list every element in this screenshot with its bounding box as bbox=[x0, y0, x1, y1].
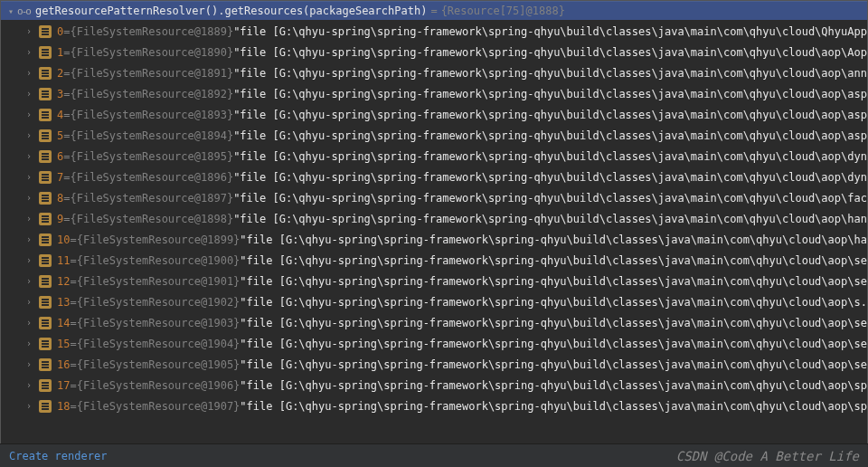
file-path: "file [G:\qhyu-spring\spring-framework\s… bbox=[240, 254, 867, 267]
file-path: "file [G:\qhyu-spring\spring-framework\s… bbox=[240, 234, 867, 246]
table-row[interactable]: ›10 = {FileSystemResource@1899} "file [G… bbox=[1, 229, 867, 250]
table-row[interactable]: ›7 = {FileSystemResource@1896} "file [G:… bbox=[1, 167, 867, 187]
file-path: "file [G:\qhyu-spring\spring-framework\s… bbox=[240, 358, 867, 371]
table-row[interactable]: ›8 = {FileSystemResource@1897} "file [G:… bbox=[1, 187, 867, 208]
row-index: 7 bbox=[57, 171, 63, 184]
glasses-icon: o-o bbox=[17, 5, 30, 17]
chevron-right-icon[interactable]: › bbox=[26, 359, 32, 369]
row-index: 0 bbox=[57, 25, 63, 38]
table-row[interactable]: ›15 = {FileSystemResource@1904} "file [G… bbox=[1, 333, 867, 354]
chevron-right-icon[interactable]: › bbox=[26, 68, 32, 78]
object-icon bbox=[39, 213, 52, 225]
chevron-down-icon[interactable]: ▾ bbox=[8, 6, 14, 16]
table-row[interactable]: ›1 = {FileSystemResource@1890} "file [G:… bbox=[1, 42, 867, 62]
equals-sign: = bbox=[70, 317, 76, 329]
footer-bar: Create renderer CSDN @Code A Better Life bbox=[0, 443, 868, 467]
row-index: 15 bbox=[57, 338, 70, 350]
file-path: "file [G:\qhyu-spring\spring-framework\s… bbox=[233, 171, 867, 184]
object-icon bbox=[39, 129, 52, 142]
chevron-right-icon[interactable]: › bbox=[26, 110, 32, 119]
watermark-text: CSDN @Code A Better Life bbox=[676, 449, 859, 463]
chevron-right-icon[interactable]: › bbox=[26, 255, 32, 265]
resource-id: {FileSystemResource@1890} bbox=[71, 46, 234, 59]
file-path: "file [G:\qhyu-spring\spring-framework\s… bbox=[240, 275, 867, 288]
equals-sign: = bbox=[70, 358, 76, 371]
row-index: 4 bbox=[57, 109, 63, 121]
chevron-right-icon[interactable]: › bbox=[26, 380, 32, 390]
debug-expression-header[interactable]: ▾ o-o getResourcePatternResolver().getRe… bbox=[1, 1, 867, 21]
chevron-right-icon[interactable]: › bbox=[26, 47, 32, 57]
table-row[interactable]: ›6 = {FileSystemResource@1895} "file [G:… bbox=[1, 146, 867, 167]
resource-id: {FileSystemResource@1889} bbox=[71, 25, 234, 38]
table-row[interactable]: ›11 = {FileSystemResource@1900} "file [G… bbox=[1, 250, 867, 271]
chevron-right-icon[interactable]: › bbox=[26, 130, 32, 140]
chevron-right-icon[interactable]: › bbox=[26, 318, 32, 328]
resource-id: {FileSystemResource@1898} bbox=[71, 213, 234, 225]
table-row[interactable]: ›3 = {FileSystemResource@1892} "file [G:… bbox=[1, 83, 867, 104]
resource-id: {FileSystemResource@1900} bbox=[77, 254, 241, 267]
file-path: "file [G:\qhyu-spring\spring-framework\s… bbox=[233, 67, 867, 80]
object-icon bbox=[39, 150, 52, 163]
file-path: "file [G:\qhyu-spring\spring-framework\s… bbox=[233, 46, 867, 59]
object-icon bbox=[39, 109, 52, 121]
chevron-right-icon[interactable]: › bbox=[26, 297, 32, 307]
object-icon bbox=[39, 338, 52, 350]
object-icon bbox=[39, 317, 52, 329]
row-index: 11 bbox=[57, 254, 70, 267]
chevron-right-icon[interactable]: › bbox=[26, 401, 32, 411]
result-list: ›0 = {FileSystemResource@1889} "file [G:… bbox=[1, 21, 867, 416]
chevron-right-icon[interactable]: › bbox=[26, 214, 32, 224]
row-index: 17 bbox=[57, 379, 70, 392]
chevron-right-icon[interactable]: › bbox=[26, 234, 32, 244]
table-row[interactable]: ›13 = {FileSystemResource@1902} "file [G… bbox=[1, 291, 867, 312]
row-index: 3 bbox=[57, 88, 63, 100]
chevron-right-icon[interactable]: › bbox=[26, 276, 32, 286]
create-renderer-link[interactable]: Create renderer bbox=[9, 450, 107, 462]
table-row[interactable]: ›5 = {FileSystemResource@1894} "file [G:… bbox=[1, 125, 867, 146]
file-path: "file [G:\qhyu-spring\spring-framework\s… bbox=[233, 150, 867, 163]
table-row[interactable]: ›16 = {FileSystemResource@1905} "file [G… bbox=[1, 354, 867, 375]
chevron-right-icon[interactable]: › bbox=[26, 89, 32, 99]
chevron-right-icon[interactable]: › bbox=[26, 193, 32, 203]
file-path: "file [G:\qhyu-spring\spring-framework\s… bbox=[233, 109, 867, 121]
file-path: "file [G:\qhyu-spring\spring-framework\s… bbox=[240, 296, 867, 309]
table-row[interactable]: ›14 = {FileSystemResource@1903} "file [G… bbox=[1, 312, 867, 333]
equals-sign: = bbox=[63, 109, 70, 121]
object-icon bbox=[39, 296, 52, 309]
chevron-right-icon[interactable]: › bbox=[26, 338, 32, 348]
row-index: 18 bbox=[57, 400, 70, 413]
chevron-right-icon[interactable]: › bbox=[26, 26, 32, 36]
equals-sign: = bbox=[63, 171, 70, 184]
table-row[interactable]: ›17 = {FileSystemResource@1906} "file [G… bbox=[1, 375, 867, 396]
equals-sign: = bbox=[63, 46, 70, 59]
equals-sign: = bbox=[70, 296, 76, 309]
equals-sign: = bbox=[70, 254, 76, 267]
object-icon bbox=[39, 254, 52, 267]
table-row[interactable]: ›12 = {FileSystemResource@1901} "file [G… bbox=[1, 271, 867, 291]
equals-sign: = bbox=[70, 379, 76, 392]
chevron-right-icon[interactable]: › bbox=[26, 172, 32, 182]
table-row[interactable]: ›2 = {FileSystemResource@1891} "file [G:… bbox=[1, 62, 867, 83]
chevron-right-icon[interactable]: › bbox=[26, 151, 32, 161]
row-index: 1 bbox=[57, 46, 63, 59]
resource-id: {FileSystemResource@1896} bbox=[71, 171, 234, 184]
resource-id: {FileSystemResource@1906} bbox=[77, 379, 241, 392]
file-path: "file [G:\qhyu-spring\spring-framework\s… bbox=[240, 317, 867, 329]
expression-value: {Resource[75]@1888} bbox=[441, 5, 565, 17]
table-row[interactable]: ›18 = {FileSystemResource@1907} "file [G… bbox=[1, 396, 867, 416]
row-index: 12 bbox=[57, 275, 70, 288]
resource-id: {FileSystemResource@1895} bbox=[71, 150, 234, 163]
resource-id: {FileSystemResource@1904} bbox=[77, 338, 241, 350]
row-index: 10 bbox=[57, 234, 70, 246]
object-icon bbox=[39, 275, 52, 288]
table-row[interactable]: ›9 = {FileSystemResource@1898} "file [G:… bbox=[1, 208, 867, 229]
equals-sign: = bbox=[63, 67, 70, 80]
table-row[interactable]: ›0 = {FileSystemResource@1889} "file [G:… bbox=[1, 21, 867, 42]
table-row[interactable]: ›4 = {FileSystemResource@1893} "file [G:… bbox=[1, 104, 867, 125]
object-icon bbox=[39, 46, 52, 59]
object-icon bbox=[39, 88, 52, 100]
object-icon bbox=[39, 25, 52, 38]
row-index: 8 bbox=[57, 192, 63, 205]
equals-sign: = bbox=[63, 150, 70, 163]
object-icon bbox=[39, 192, 52, 205]
